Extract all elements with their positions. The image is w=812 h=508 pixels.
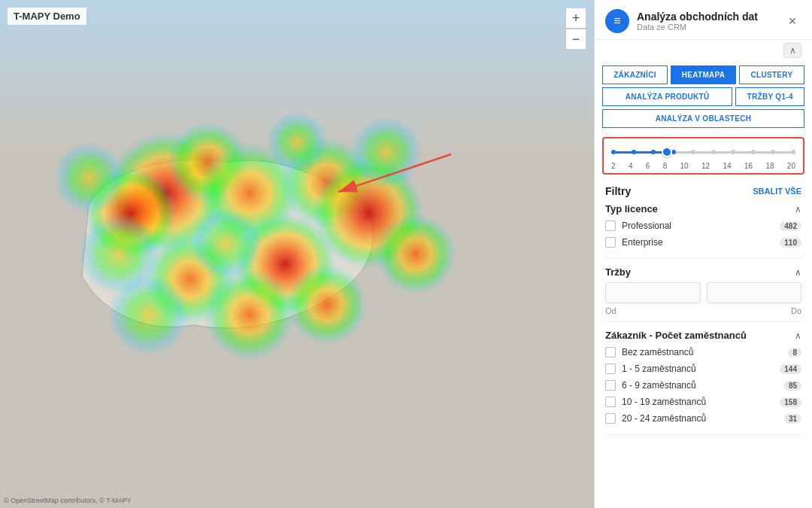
filter-group-header-zamestnancu[interactable]: Zákazník - Počet zaměstnanců ∧	[605, 330, 801, 341]
filter-item-left-professional: Professional	[605, 221, 671, 231]
slider-label-8: 8	[663, 162, 668, 170]
slider-label-16: 16	[744, 162, 753, 170]
filter-item-10-19: 10 - 19 zaměstnanců 158	[605, 395, 801, 409]
filter-count-6-9: 85	[784, 381, 801, 391]
slider-label-10: 10	[680, 162, 689, 170]
filter-label-1-5: 1 - 5 zaměstnanců	[622, 364, 696, 374]
filter-checkbox-bez[interactable]	[605, 347, 616, 357]
slider-dot-9	[771, 150, 775, 154]
attribution-text: © OpenStreetMap contributors, © T-MAPY	[4, 497, 132, 504]
tab-zakaznici[interactable]: ZÁKAZNÍCI	[602, 65, 668, 84]
panel-icon-symbol: ≡	[614, 14, 620, 28]
filter-item-left-6-9: 6 - 9 zaměstnanců	[605, 380, 696, 391]
app-title-text: T-MAPY Demo	[14, 11, 80, 22]
zoom-out-button[interactable]: −	[565, 29, 586, 50]
tabs-row-3: ANALÝZA V OBLASTECH	[602, 109, 804, 128]
filter-item-left-20-24: 20 - 24 zaměstnanců	[605, 413, 706, 424]
typ-licence-chevron-icon: ∧	[795, 204, 801, 214]
panel-title-block: Analýza obchodních dat Data ze CRM	[637, 11, 758, 32]
collapse-button[interactable]: ∧	[783, 43, 801, 58]
tab-heatmapa[interactable]: HEATMAPA	[671, 65, 736, 84]
filters-header: Filtry SBALIT VŠE	[605, 185, 801, 197]
slider-track	[611, 151, 795, 154]
tab-analyza-produktu[interactable]: ANALÝZA PRODUKTŮ	[602, 87, 732, 106]
slider-dot-4	[671, 150, 676, 154]
right-panel: ≡ Analýza obchodních dat Data ze CRM × ∧…	[594, 0, 812, 508]
filter-group-typ-licence: Typ licence ∧ Professional 482 Enterpris…	[605, 203, 801, 259]
filter-checkbox-enterprise[interactable]	[605, 237, 616, 248]
slider-label-14: 14	[723, 162, 731, 170]
filter-item-left-10-19: 10 - 19 zaměstnanců	[605, 397, 706, 407]
filter-checkbox-6-9[interactable]	[605, 380, 616, 391]
slider-dot-10	[791, 150, 795, 154]
slider-dot-5	[691, 150, 695, 154]
filter-item-20-24: 20 - 24 zaměstnanců 31	[605, 412, 801, 425]
trzby-od-input[interactable]	[605, 282, 701, 303]
slider-labels: 2 4 6 8 10 12 14 16 18 20	[611, 162, 795, 170]
tab-clustery[interactable]: CLUSTERY	[739, 65, 804, 84]
trzby-do-label: Do	[791, 306, 801, 315]
slider-label-20: 20	[787, 162, 795, 170]
filter-checkbox-1-5[interactable]	[605, 364, 616, 374]
zoom-in-button[interactable]: +	[565, 8, 586, 29]
panel-close-button[interactable]: ×	[783, 12, 801, 30]
trzby-inputs	[605, 282, 801, 303]
filter-count-1-5: 144	[780, 364, 801, 374]
tab-trzby-q1-4[interactable]: TRŽBY Q1-4	[735, 87, 804, 106]
slider-label-18: 18	[765, 162, 774, 170]
trzby-chevron-icon: ∧	[795, 267, 801, 278]
map-canvas	[0, 0, 594, 508]
tabs-container: ZÁKAZNÍCI HEATMAPA CLUSTERY ANALÝZA PROD…	[595, 61, 812, 131]
filters-section: Filtry SBALIT VŠE Typ licence ∧ Professi…	[595, 181, 812, 508]
sbalit-vse-button[interactable]: SBALIT VŠE	[753, 187, 801, 196]
panel-header-left: ≡ Analýza obchodních dat Data ze CRM	[605, 9, 758, 33]
filter-label-10-19: 10 - 19 zaměstnanců	[622, 397, 706, 407]
filters-title: Filtry	[605, 185, 631, 197]
slider-label-4: 4	[629, 162, 633, 170]
slider-section: 2 4 6 8 10 12 14 16 18 20	[602, 137, 804, 175]
tab-analyza-v-oblastech[interactable]: ANALÝZA V OBLASTECH	[602, 109, 804, 128]
filter-group-header-trzby[interactable]: Tržby ∧	[605, 266, 801, 278]
tabs-row-2: ANALÝZA PRODUKTŮ TRŽBY Q1-4	[602, 87, 804, 106]
filter-item-enterprise: Enterprise 110	[605, 236, 801, 249]
filter-count-10-19: 158	[780, 397, 801, 407]
filter-label-bez: Bez zaměstnanců	[622, 347, 693, 357]
map-title: T-MAPY Demo	[8, 8, 86, 25]
filter-item-left-bez: Bez zaměstnanců	[605, 347, 693, 357]
filter-group-trzby: Tržby ∧ Od Do	[605, 266, 801, 322]
trzby-labels: Od Do	[605, 306, 801, 315]
filter-item-1-5: 1 - 5 zaměstnanců 144	[605, 362, 801, 376]
filter-label-professional: Professional	[622, 221, 671, 231]
filter-group-title-typ-licence: Typ licence	[605, 203, 658, 214]
slider-dot-8	[751, 150, 756, 154]
map-zoom-controls: + −	[565, 8, 586, 50]
slider-dot-7	[731, 150, 735, 154]
filter-count-enterprise: 110	[780, 238, 801, 248]
panel-title: Analýza obchodních dat	[637, 11, 758, 23]
filter-item-professional: Professional 482	[605, 219, 801, 233]
slider-dot-6	[711, 150, 716, 154]
slider-label-2: 2	[611, 162, 616, 170]
slider-label-12: 12	[701, 162, 710, 170]
filter-checkbox-professional[interactable]	[605, 221, 616, 231]
filter-item-left-enterprise: Enterprise	[605, 237, 663, 248]
zamestnancu-chevron-icon: ∧	[795, 330, 801, 341]
filter-checkbox-10-19[interactable]	[605, 397, 616, 407]
slider-label-6: 6	[646, 162, 650, 170]
tabs-row-1: ZÁKAZNÍCI HEATMAPA CLUSTERY	[602, 65, 804, 84]
filter-label-enterprise: Enterprise	[622, 237, 663, 248]
slider-track-container	[611, 144, 795, 160]
filter-group-zamestnancu: Zákazník - Počet zaměstnanců ∧ Bez zaměs…	[605, 330, 801, 435]
slider-thumb[interactable]	[662, 147, 672, 157]
panel-subtitle: Data ze CRM	[637, 23, 758, 32]
map-attribution: © OpenStreetMap contributors, © T-MAPY	[4, 497, 132, 504]
filter-group-header-typ-licence[interactable]: Typ licence ∧	[605, 203, 801, 214]
filter-group-title-trzby: Tržby	[605, 266, 631, 278]
map-area[interactable]: T-MAPY Demo + − © OpenStreetMap contribu…	[0, 0, 594, 508]
filter-item-left-1-5: 1 - 5 zaměstnanců	[605, 364, 696, 374]
trzby-do-input[interactable]	[707, 282, 802, 303]
filter-checkbox-20-24[interactable]	[605, 413, 616, 424]
collapse-row: ∧	[595, 40, 812, 61]
filter-item-6-9: 6 - 9 zaměstnanců 85	[605, 379, 801, 392]
panel-icon: ≡	[605, 9, 629, 33]
